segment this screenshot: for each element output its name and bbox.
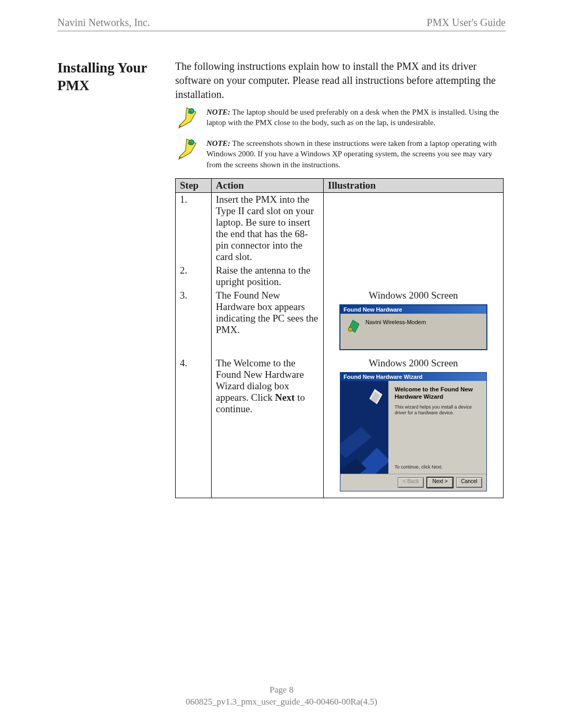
found-new-hardware-dialog: Found New Hardware Navini Wireless-Modem	[339, 304, 487, 350]
note-body: The screenshots shown in these instructi…	[206, 139, 497, 169]
wizard-button-row: < Back Next > Cancel	[340, 474, 486, 491]
wizard-main-panel: Welcome to the Found New Hardware Wizard…	[388, 381, 486, 474]
document-page: Navini Networks, Inc. PMX User's Guide I…	[0, 0, 563, 728]
page-number: Page 8	[0, 684, 563, 696]
table-row: 1. Insert the PMX into the Type II card …	[176, 192, 504, 264]
dialog-body: Welcome to the Found New Hardware Wizard…	[340, 381, 486, 474]
svg-point-5	[348, 327, 352, 331]
wizard-continue-text: To continue, click Next.	[395, 464, 480, 470]
step-illustration	[324, 264, 504, 289]
step-action: Insert the PMX into the Type II card slo…	[212, 192, 324, 264]
left-column: Installing Your PMX	[57, 59, 172, 95]
wizard-side-graphic	[340, 381, 388, 474]
note-text: NOTE: The laptop should be used preferab…	[206, 107, 506, 128]
content-area: Installing Your PMX The following instru…	[57, 59, 506, 498]
found-new-hardware-wizard-dialog: Found New Hardware Wizard	[340, 372, 487, 491]
wizard-heading: Welcome to the Found New Hardware Wizard	[395, 386, 480, 401]
col-illustration: Illustration	[324, 178, 504, 192]
next-button[interactable]: Next >	[427, 477, 453, 488]
step-number: 3.	[176, 289, 212, 356]
step-illustration	[324, 192, 504, 264]
document-id: 060825_pv1.3_pmx_user_guide_40-00460-00R…	[0, 696, 563, 708]
step-number: 4.	[176, 356, 212, 498]
dialog-title: Found New Hardware Wizard	[340, 373, 486, 381]
pushpin-icon	[175, 107, 198, 131]
table-row: 3. The Found New Hardware box appears in…	[176, 289, 504, 356]
illustration-caption: Windows 2000 Screen	[328, 357, 499, 369]
running-footer: Page 8 060825_pv1.3_pmx_user_guide_40-00…	[0, 684, 563, 708]
svg-marker-8	[340, 427, 372, 458]
note-block: NOTE: The laptop should be used preferab…	[175, 107, 506, 131]
wizard-subtext: This wizard helps you install a device d…	[395, 404, 480, 416]
step-action: The Found New Hardware box appears indic…	[212, 289, 324, 356]
illustration-caption: Windows 2000 Screen	[328, 290, 499, 301]
svg-rect-3	[188, 143, 191, 144]
step-action: Raise the antenna to the upright positio…	[212, 264, 324, 289]
step-illustration: Windows 2000 Screen Found New Hardware	[324, 289, 504, 356]
right-column: The following instructions explain how t…	[175, 59, 506, 498]
section-title: Installing Your PMX	[57, 59, 172, 95]
svg-marker-10	[340, 458, 366, 474]
note-block: NOTE: The screenshots shown in these ins…	[175, 138, 506, 170]
pushpin-icon	[175, 138, 198, 162]
svg-rect-1	[188, 112, 191, 113]
note-label: NOTE:	[206, 108, 230, 116]
table-row: 4. The Welcome to the Found New Hardware…	[176, 356, 504, 498]
step-number: 1.	[176, 192, 212, 264]
table-header-row: Step Action Illustration	[176, 178, 504, 192]
table-row: 2. Raise the antenna to the upright posi…	[176, 264, 504, 289]
note-body: The laptop should be used preferably on …	[206, 108, 499, 127]
dialog-text: Navini Wireless-Modem	[365, 319, 426, 325]
dialog-title: Found New Hardware	[340, 305, 486, 314]
intro-paragraph: The following instructions explain how t…	[175, 59, 506, 102]
back-button[interactable]: < Back	[398, 477, 424, 488]
device-icon	[346, 319, 360, 335]
device-icon	[366, 388, 383, 406]
step-illustration: Windows 2000 Screen Found New Hardware W…	[324, 356, 504, 498]
note-label: NOTE:	[206, 139, 230, 147]
col-action: Action	[212, 178, 324, 192]
running-header: Navini Networks, Inc. PMX User's Guide	[57, 17, 506, 31]
cancel-button[interactable]: Cancel	[456, 477, 482, 488]
header-rule	[57, 31, 506, 31]
note-text: NOTE: The screenshots shown in these ins…	[206, 138, 506, 170]
abstract-shapes-icon	[340, 416, 388, 474]
col-step: Step	[176, 178, 212, 192]
steps-table: Step Action Illustration 1. Insert the P…	[175, 178, 504, 498]
step-action: The Welcome to the Found New Hardware Wi…	[212, 356, 324, 498]
step-number: 2.	[176, 264, 212, 289]
header-left: Navini Networks, Inc.	[57, 17, 150, 29]
header-right: PMX User's Guide	[427, 17, 506, 29]
dialog-body: Navini Wireless-Modem	[340, 314, 486, 349]
